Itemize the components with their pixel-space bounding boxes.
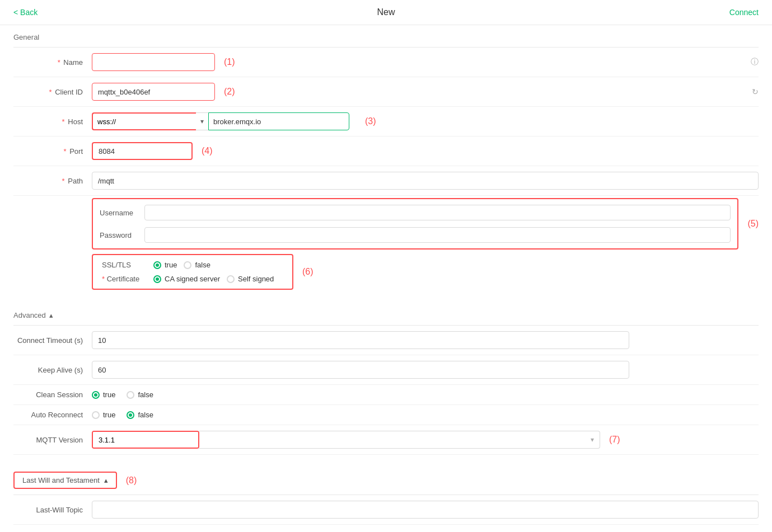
host-protocol-input[interactable] [92, 112, 196, 130]
annotation-2: (2) [224, 87, 235, 97]
credentials-section: Username Password (5) [13, 196, 759, 252]
annotation-8: (8) [126, 475, 137, 486]
annotation-6: (6) [302, 267, 314, 277]
self-signed-label: Self signed [238, 275, 274, 283]
connect-timeout-input[interactable] [92, 331, 629, 349]
mqtt-version-row: MQTT Version ▾ (7) [13, 425, 759, 455]
ca-signed-radio-circle [153, 275, 161, 283]
ssl-false-radio[interactable]: false [184, 261, 210, 269]
username-label: Username [100, 209, 144, 217]
host-label: * Host [13, 117, 92, 126]
clean-session-false-radio[interactable]: false [127, 390, 153, 399]
certificate-row: * Certificate CA signed server Self sign… [102, 275, 283, 283]
keep-alive-input[interactable] [92, 361, 629, 379]
advanced-section-header[interactable]: Advanced [13, 303, 759, 325]
connect-button[interactable]: Connect [729, 8, 759, 17]
annotation-1: (1) [224, 57, 235, 67]
last-will-topic-row: Last-Will Topic [13, 495, 759, 525]
ssl-true-label: true [165, 261, 177, 269]
password-label: Password [100, 231, 144, 239]
clean-session-label: Clean Session [13, 390, 92, 399]
last-will-topic-input[interactable] [92, 501, 759, 519]
keep-alive-label: Keep Alive (s) [13, 366, 92, 374]
main-content: General * Name (1) ⓘ * Client ID (2) ↻ * [0, 25, 772, 532]
auto-reconnect-label: Auto Reconnect [13, 411, 92, 419]
mqtt-version-box [92, 431, 199, 449]
mqtt-version-input[interactable] [93, 432, 198, 448]
auto-reconnect-row: Auto Reconnect true false [13, 405, 759, 425]
host-address-input[interactable] [208, 112, 349, 130]
port-label: * Port [13, 147, 92, 156]
ssl-tls-row: SSL/TLS true false [102, 261, 283, 269]
port-input[interactable] [92, 142, 193, 160]
path-input[interactable] [92, 172, 759, 190]
keep-alive-row: Keep Alive (s) [13, 355, 759, 385]
clean-session-true-radio[interactable]: true [92, 390, 115, 399]
client-id-row: * Client ID (2) ↻ [13, 77, 759, 107]
ca-signed-label: CA signed server [165, 275, 220, 283]
name-info-icon[interactable]: ⓘ [751, 57, 759, 67]
password-row: Password [93, 224, 737, 246]
auto-reconnect-false-radio[interactable]: false [127, 411, 153, 419]
annotation-4: (4) [202, 146, 213, 156]
credentials-box: Username Password [92, 198, 738, 249]
annotation-3: (3) [365, 116, 376, 126]
auto-reconnect-true-label: true [103, 411, 115, 419]
mqtt-version-dropdown[interactable]: ▾ [198, 431, 600, 449]
page-title: New [377, 7, 395, 17]
path-row: * Path [13, 166, 759, 196]
ssl-false-radio-circle [184, 261, 191, 269]
ssl-box: SSL/TLS true false * Certificate CA sign [92, 254, 293, 290]
auto-reconnect-radio-group: true false [92, 411, 153, 419]
last-will-topic-label: Last-Will Topic [13, 506, 92, 514]
connect-timeout-row: Connect Timeout (s) [13, 326, 759, 355]
ssl-false-label: false [195, 261, 210, 269]
last-will-header: Last Will and Testament (8) [13, 464, 759, 495]
username-input[interactable] [144, 205, 731, 220]
annotation-7: (7) [609, 435, 620, 445]
name-label: * Name [13, 58, 92, 67]
last-will-section: Last Will and Testament (8) Last-Will To… [13, 464, 759, 525]
client-id-refresh-icon[interactable]: ↻ [752, 87, 759, 96]
ssl-section: SSL/TLS true false * Certificate CA sign [13, 252, 759, 294]
header: < Back New Connect [0, 0, 772, 25]
password-input[interactable] [144, 227, 731, 243]
auto-reconnect-false-circle [127, 411, 134, 419]
client-id-label: * Client ID [13, 88, 92, 96]
ssl-true-radio-circle [153, 261, 161, 269]
annotation-5: (5) [747, 219, 759, 229]
cert-label: * Certificate [102, 275, 147, 283]
name-input[interactable] [92, 53, 215, 71]
last-will-label: Last Will and Testament [22, 476, 100, 484]
clean-session-radio-group: true false [92, 390, 153, 399]
clean-session-false-circle [127, 391, 134, 399]
connect-timeout-label: Connect Timeout (s) [13, 336, 92, 345]
advanced-collapse-icon [49, 311, 53, 319]
back-button[interactable]: < Back [13, 8, 38, 17]
clean-session-true-circle [92, 391, 100, 399]
host-protocol-dropdown[interactable]: ▾ [196, 112, 208, 130]
host-row: * Host ▾ (3) [13, 107, 759, 136]
ssl-tls-label: SSL/TLS [102, 261, 147, 269]
ca-signed-radio[interactable]: CA signed server [153, 275, 220, 283]
auto-reconnect-true-circle [92, 411, 100, 419]
name-row: * Name (1) ⓘ [13, 48, 759, 77]
path-label: * Path [13, 177, 92, 185]
chevron-down-icon: ▾ [591, 436, 594, 444]
self-signed-radio[interactable]: Self signed [227, 275, 274, 283]
general-section-header: General [13, 25, 759, 47]
host-input-group: ▾ [92, 112, 349, 130]
mqtt-version-label: MQTT Version [13, 436, 92, 444]
clean-session-false-label: false [138, 390, 153, 399]
client-id-input[interactable] [92, 83, 215, 101]
last-will-collapse-icon [104, 476, 108, 484]
ssl-true-radio[interactable]: true [153, 261, 177, 269]
auto-reconnect-true-radio[interactable]: true [92, 411, 115, 419]
username-row: Username [93, 201, 737, 224]
clean-session-true-label: true [103, 390, 115, 399]
last-will-toggle[interactable]: Last Will and Testament [13, 472, 117, 489]
advanced-section: Advanced Connect Timeout (s) Keep Alive … [13, 303, 759, 455]
auto-reconnect-false-label: false [138, 411, 153, 419]
clean-session-row: Clean Session true false [13, 385, 759, 405]
self-signed-radio-circle [227, 275, 235, 283]
